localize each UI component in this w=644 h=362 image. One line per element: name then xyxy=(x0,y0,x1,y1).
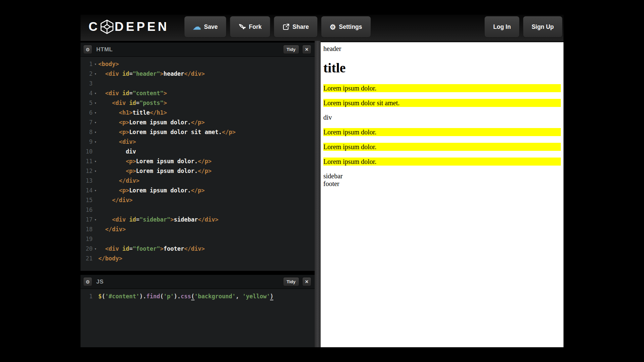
close-icon: ✕ xyxy=(305,279,309,284)
fold-spacer xyxy=(93,292,98,301)
share-button-label: Share xyxy=(292,23,309,31)
code-line: 9▾ <div> xyxy=(80,137,315,147)
code-token: </div> xyxy=(98,197,132,203)
code-token: "header" xyxy=(132,70,160,77)
code-line-text xyxy=(98,205,315,215)
preview-pane: headertitleLorem ipsum dolor.Lorem ipsum… xyxy=(321,41,564,347)
line-number: 20 xyxy=(80,244,93,254)
code-token: "content" xyxy=(132,90,163,97)
editor-column: ⚙ HTML Tidy ✕ 1▾<body>2▾ <div id="header… xyxy=(80,41,315,347)
code-token: </div> xyxy=(98,226,126,233)
signup-button-label: Sign Up xyxy=(532,23,554,31)
code-token: </p> xyxy=(191,187,205,194)
login-button-label: Log In xyxy=(493,23,511,31)
html-settings-gear-button[interactable]: ⚙ xyxy=(83,45,92,54)
fold-arrow-icon[interactable]: ▾ xyxy=(93,186,98,195)
fold-spacer xyxy=(93,234,98,244)
html-tidy-button[interactable]: Tidy xyxy=(283,45,300,54)
code-token: </p> xyxy=(198,158,212,165)
html-panel-header: ⚙ HTML Tidy ✕ xyxy=(80,43,315,57)
panel-resize-divider[interactable] xyxy=(315,41,321,347)
close-icon: ✕ xyxy=(305,47,309,52)
fork-button[interactable]: Fork xyxy=(230,16,270,38)
js-tidy-button[interactable]: Tidy xyxy=(283,277,300,286)
code-token: </p> xyxy=(198,168,212,174)
fold-arrow-icon[interactable]: ▾ xyxy=(93,244,98,254)
code-token: '#content' xyxy=(105,293,140,300)
codepen-logo[interactable]: C DEPEN xyxy=(89,19,169,34)
code-token: <div xyxy=(98,90,122,97)
fold-spacer xyxy=(93,147,98,157)
code-line-text: $('#content').find('p').css('background'… xyxy=(98,292,315,301)
fold-arrow-icon[interactable]: ▾ xyxy=(93,69,98,79)
code-token: id xyxy=(129,216,136,223)
line-number: 16 xyxy=(80,205,93,215)
fold-arrow-icon[interactable]: ▾ xyxy=(93,157,98,166)
line-number: 13 xyxy=(80,176,93,186)
code-token: <p> xyxy=(98,119,129,126)
code-token: <p> xyxy=(98,187,129,194)
settings-button-label: Settings xyxy=(339,23,362,31)
code-line: 14▾ <p>Lorem ipsum dolor.</p> xyxy=(80,186,315,195)
code-line-text: <p>Lorem ipsum dolor.</p> xyxy=(98,157,315,166)
code-line-text: <div id="header">header</div> xyxy=(98,69,315,79)
js-code-editor[interactable]: 1$('#content').find('p').css('background… xyxy=(80,289,315,347)
preview-div: header xyxy=(323,45,561,53)
code-token: . xyxy=(177,293,181,300)
line-number: 1 xyxy=(80,292,93,301)
fold-arrow-icon[interactable]: ▾ xyxy=(93,127,98,137)
code-line: 20▾ <div id="footer">footer</div> xyxy=(80,244,315,254)
gear-icon: ⚙ xyxy=(86,279,90,285)
line-number: 11 xyxy=(80,157,93,166)
share-button[interactable]: Share xyxy=(274,16,318,38)
code-token: Lorem ipsum dolor. xyxy=(129,187,191,194)
header-actions: ☁ Save Fork xyxy=(184,15,371,38)
js-editor-panel: ⚙ JS Tidy ✕ 1$('#content').find('p').css… xyxy=(80,275,315,347)
code-token: 'yellow' xyxy=(243,293,270,300)
fold-arrow-icon[interactable]: ▾ xyxy=(93,118,98,127)
code-line-text: </div> xyxy=(98,176,315,186)
fold-arrow-icon[interactable]: ▾ xyxy=(93,108,98,118)
code-line-text: <h1>title</h1> xyxy=(98,108,315,118)
html-close-button[interactable]: ✕ xyxy=(302,45,311,54)
code-token: </body> xyxy=(98,255,122,262)
code-token: </h1> xyxy=(150,109,167,116)
code-token: footer xyxy=(164,245,184,252)
code-line: 16 xyxy=(80,205,315,215)
app-window: C DEPEN ☁ Save xyxy=(80,15,564,347)
fold-arrow-icon[interactable]: ▾ xyxy=(93,215,98,225)
login-button[interactable]: Log In xyxy=(484,16,519,38)
line-number: 14 xyxy=(80,186,93,195)
line-number: 12 xyxy=(80,166,93,176)
logo-letters-rest: DEPEN xyxy=(115,20,169,34)
signup-button[interactable]: Sign Up xyxy=(523,16,562,38)
code-line: 4▾ <div id="content"> xyxy=(80,88,315,98)
code-line-text: <p>Lorem ipsum dolor sit amet.</p> xyxy=(98,127,315,137)
js-settings-gear-button[interactable]: ⚙ xyxy=(83,277,92,286)
js-close-button[interactable]: ✕ xyxy=(302,277,311,286)
code-token: id xyxy=(129,100,136,106)
save-button[interactable]: ☁ Save xyxy=(184,16,226,38)
line-number: 17 xyxy=(80,215,93,225)
fold-arrow-icon[interactable]: ▾ xyxy=(93,88,98,98)
fold-spacer xyxy=(93,225,98,234)
line-number: 15 xyxy=(80,195,93,205)
code-line: 6▾ <h1>title</h1> xyxy=(80,108,315,118)
code-line: 1$('#content').find('p').css('background… xyxy=(80,292,315,301)
code-token: ( xyxy=(191,293,195,300)
preview-p: Lorem ipsum dolor. xyxy=(323,158,561,166)
settings-button[interactable]: ⚙ Settings xyxy=(321,16,371,38)
code-line: 10 div xyxy=(80,147,315,157)
code-line-text: <p>Lorem ipsum dolor.</p> xyxy=(98,166,315,176)
code-token: div xyxy=(98,148,136,155)
code-token: Lorem ipsum dolor sit amet. xyxy=(129,129,222,135)
code-line: 13 </div> xyxy=(80,176,315,186)
code-token: Lorem ipsum dolor. xyxy=(136,158,198,165)
html-code-editor[interactable]: 1▾<body>2▾ <div id="header">header</div>… xyxy=(80,57,315,271)
fold-arrow-icon[interactable]: ▾ xyxy=(93,98,98,108)
fold-arrow-icon[interactable]: ▾ xyxy=(93,59,98,69)
code-token: <p> xyxy=(98,168,136,174)
fold-arrow-icon[interactable]: ▾ xyxy=(93,137,98,147)
code-token: id xyxy=(122,245,129,252)
fold-arrow-icon[interactable]: ▾ xyxy=(93,166,98,176)
